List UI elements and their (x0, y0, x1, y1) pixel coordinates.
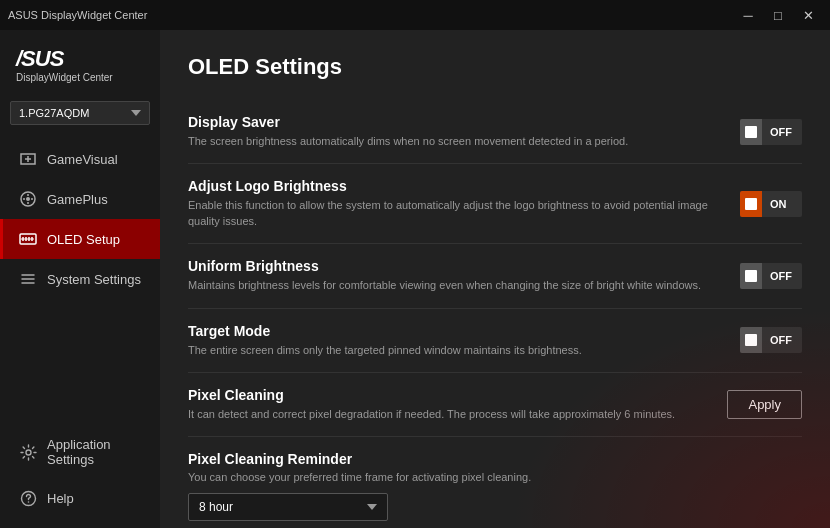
asus-subtitle: DisplayWidget Center (16, 72, 144, 83)
target-mode-toggle-indicator (740, 327, 762, 353)
uniform-brightness-toggle-indicator (740, 263, 762, 289)
gameplus-label: GamePlus (47, 192, 108, 207)
svg-point-1 (26, 197, 30, 201)
sidebar: /SUS DisplayWidget Center 1.PG27AQDM Gam… (0, 30, 160, 528)
sidebar-item-gamevisual[interactable]: GameVisual (0, 139, 160, 179)
target-mode-desc: The entire screen dims only the targeted… (188, 343, 720, 358)
maximize-button[interactable]: □ (764, 5, 792, 25)
title-bar-label: ASUS DisplayWidget Center (8, 9, 147, 21)
target-mode-title: Target Mode (188, 323, 720, 339)
oled-icon (19, 230, 37, 248)
sidebar-item-system-settings[interactable]: System Settings (0, 259, 160, 299)
help-label: Help (47, 491, 74, 506)
close-button[interactable]: ✕ (794, 5, 822, 25)
target-mode-toggle[interactable]: OFF (740, 327, 802, 353)
uniform-brightness-desc: Maintains brightness levels for comforta… (188, 278, 720, 293)
setting-adjust-logo: Adjust Logo Brightness Enable this funct… (188, 164, 802, 244)
title-bar: ASUS DisplayWidget Center ─ □ ✕ (0, 0, 830, 30)
sidebar-logo: /SUS DisplayWidget Center (0, 30, 160, 95)
app-settings-label: Application Settings (47, 437, 144, 467)
system-icon (19, 270, 37, 288)
setting-target-mode: Target Mode The entire screen dims only … (188, 309, 802, 373)
page-title: OLED Settings (188, 54, 802, 80)
oled-setup-label: OLED Setup (47, 232, 120, 247)
title-bar-app-name: ASUS DisplayWidget Center (8, 9, 147, 21)
sidebar-item-oled-setup[interactable]: OLED Setup (0, 219, 160, 259)
minimize-button[interactable]: ─ (734, 5, 762, 25)
sidebar-item-application-settings[interactable]: Application Settings (0, 426, 160, 478)
gamevisual-label: GameVisual (47, 152, 118, 167)
adjust-logo-toggle[interactable]: ON (740, 191, 802, 217)
target-mode-toggle-label: OFF (762, 334, 800, 346)
adjust-logo-toggle-label: ON (762, 198, 795, 210)
display-saver-toggle-indicator (740, 119, 762, 145)
adjust-logo-title: Adjust Logo Brightness (188, 178, 720, 194)
display-saver-title: Display Saver (188, 114, 720, 130)
display-saver-desc: The screen brightness automatically dims… (188, 134, 720, 149)
main-content: OLED Settings Display Saver The screen b… (160, 30, 830, 528)
uniform-brightness-toggle[interactable]: OFF (740, 263, 802, 289)
uniform-brightness-toggle-label: OFF (762, 270, 800, 282)
adjust-logo-toggle-indicator (740, 191, 762, 217)
asus-logo: /SUS (16, 48, 144, 70)
svg-point-10 (27, 501, 29, 503)
gameplus-icon (19, 190, 37, 208)
reminder-title: Pixel Cleaning Reminder (188, 451, 802, 467)
sidebar-bottom: Application Settings Help (0, 426, 160, 518)
pixel-cleaning-desc: It can detect and correct pixel degradat… (188, 407, 707, 422)
setting-pixel-cleaning: Pixel Cleaning It can detect and correct… (188, 373, 802, 437)
monitor-selector[interactable]: 1.PG27AQDM (10, 101, 150, 125)
gamevisual-icon (19, 150, 37, 168)
reminder-desc: You can choose your preferred time frame… (188, 471, 802, 483)
reminder-select[interactable]: 8 hour 12 hour 24 hour 48 hour Off (188, 493, 388, 521)
pixel-cleaning-title: Pixel Cleaning (188, 387, 707, 403)
svg-point-8 (26, 450, 31, 455)
pixel-cleaning-apply-button[interactable]: Apply (727, 390, 802, 419)
display-saver-toggle-label: OFF (762, 126, 800, 138)
uniform-brightness-title: Uniform Brightness (188, 258, 720, 274)
app-body: /SUS DisplayWidget Center 1.PG27AQDM Gam… (0, 30, 830, 528)
system-settings-label: System Settings (47, 272, 141, 287)
setting-display-saver: Display Saver The screen brightness auto… (188, 100, 802, 164)
display-saver-toggle[interactable]: OFF (740, 119, 802, 145)
sidebar-item-help[interactable]: Help (0, 478, 160, 518)
gear-icon (19, 443, 37, 461)
help-icon (19, 489, 37, 507)
adjust-logo-desc: Enable this function to allow the system… (188, 198, 720, 229)
pixel-cleaning-reminder-section: Pixel Cleaning Reminder You can choose y… (188, 437, 802, 528)
window-controls: ─ □ ✕ (734, 5, 822, 25)
sidebar-item-gameplus[interactable]: GamePlus (0, 179, 160, 219)
setting-uniform-brightness: Uniform Brightness Maintains brightness … (188, 244, 802, 308)
